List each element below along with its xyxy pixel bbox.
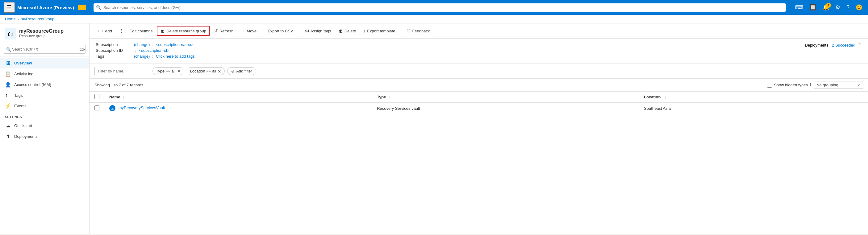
- th-type-label: Type: [377, 95, 386, 99]
- row-checkbox[interactable]: [94, 105, 99, 110]
- delete-button[interactable]: 🗑 Delete: [336, 27, 359, 35]
- sidebar-nav: ⊞ Overview 📋 Activity log 👤 Access contr…: [0, 57, 89, 234]
- details-collapse-button[interactable]: ⌃: [858, 42, 862, 48]
- delete-icon: 🗑: [339, 28, 343, 33]
- sidebar-search-input[interactable]: [4, 45, 86, 54]
- table-body: ☁ myRecoveryServicesVault Recovery Servi…: [90, 103, 868, 114]
- global-search-input[interactable]: [94, 3, 786, 12]
- export-template-icon: ↓: [363, 28, 366, 33]
- details-left: Subscription (change) : <subscription-na…: [96, 42, 195, 60]
- move-button[interactable]: → Move: [238, 27, 259, 35]
- name-sort-icon[interactable]: ↑↓: [123, 95, 126, 99]
- add-button[interactable]: + + Add: [94, 27, 115, 35]
- export-csv-icon: ↓: [264, 28, 266, 33]
- show-hidden-checkbox[interactable]: [767, 82, 772, 88]
- add-filter-icon: ⊕: [231, 69, 235, 73]
- main-layout: 🗂 myResourceGroup Resource group 🔍 «» ⊞ …: [0, 24, 868, 234]
- tags-change-link[interactable]: (change): [134, 54, 150, 59]
- events-icon: ⚡: [5, 103, 11, 109]
- deployments-count[interactable]: 2 Succeeded: [832, 43, 855, 47]
- resource-group-title: myResourceGroup: [19, 28, 64, 34]
- assign-tags-icon: 🏷: [305, 28, 309, 33]
- location-filter-tag[interactable]: Location == all ✕: [187, 67, 225, 75]
- subscription-id-value[interactable]: <subscription-id>: [139, 48, 169, 53]
- export-csv-button[interactable]: ↓ Export to CSV: [261, 27, 296, 35]
- deployments-sep: :: [829, 43, 831, 47]
- export-csv-label: Export to CSV: [268, 29, 293, 33]
- directory-icon-button[interactable]: 🔲: [807, 3, 818, 12]
- sidebar-item-tags-label: Tags: [14, 93, 23, 98]
- subscription-value[interactable]: <subscription-name>: [156, 42, 193, 47]
- nav-icon-group: ⌨ 🔲 🔔 4 ⚙ ? 😊: [793, 3, 864, 12]
- toolbar: + + Add ⋮⋮ Edit columns 🗑 Delete resourc…: [90, 24, 868, 39]
- grouping-chevron-icon: ∨: [857, 82, 860, 87]
- overview-icon: ⊞: [5, 60, 11, 66]
- edit-columns-button[interactable]: ⋮⋮ Edit columns: [116, 27, 156, 35]
- delete-resource-group-button[interactable]: 🗑 Delete resource group: [157, 26, 210, 36]
- feedback-button[interactable]: ♡ Feedback: [403, 27, 433, 35]
- sidebar-item-tags[interactable]: 🏷 Tags: [0, 90, 89, 101]
- location-filter-close-button[interactable]: ✕: [218, 69, 221, 73]
- breadcrumb-resource-group[interactable]: myResourceGroup: [21, 16, 54, 21]
- refresh-icon: ↺: [214, 28, 218, 33]
- select-all-checkbox[interactable]: [94, 94, 99, 99]
- delete-label: Delete: [344, 29, 356, 33]
- resource-details: Subscription (change) : <subscription-na…: [90, 39, 868, 64]
- show-hidden-text: Show hidden types: [774, 82, 808, 87]
- terminal-icon-button[interactable]: ⌨: [793, 3, 805, 12]
- add-label: + Add: [101, 29, 112, 33]
- help-icon-button[interactable]: ?: [844, 3, 851, 12]
- account-icon-button[interactable]: 😊: [854, 3, 864, 12]
- refresh-button[interactable]: ↺ Refresh: [211, 27, 237, 35]
- edit-columns-label: Edit columns: [130, 29, 153, 33]
- hamburger-menu-button[interactable]: ☰: [4, 2, 15, 13]
- tags-value[interactable]: Click here to add tags: [156, 54, 195, 59]
- add-filter-button[interactable]: ⊕ Add filter: [227, 67, 256, 75]
- sidebar-item-events[interactable]: ⚡ Events: [0, 101, 89, 111]
- move-label: Move: [247, 29, 256, 33]
- sidebar-item-events-label: Events: [14, 104, 27, 108]
- preview-badge: ⚡: [78, 5, 86, 10]
- settings-icon-button[interactable]: ⚙: [833, 3, 842, 12]
- tags-sep: :: [152, 54, 153, 59]
- details-deployments-container: Subscription (change) : <subscription-na…: [96, 42, 862, 60]
- resource-group-subtitle: Resource group: [19, 34, 64, 38]
- location-sort-icon[interactable]: ↑↓: [663, 95, 666, 99]
- resource-group-icon: 🗂: [5, 28, 16, 39]
- activity-log-icon: 📋: [5, 71, 11, 77]
- row-checkbox-cell: [90, 103, 104, 114]
- sidebar-item-access-control[interactable]: 👤 Access control (IAM): [0, 79, 89, 90]
- filter-by-name-input[interactable]: [94, 67, 150, 75]
- content-area: + + Add ⋮⋮ Edit columns 🗑 Delete resourc…: [90, 24, 868, 234]
- notifications-icon-button[interactable]: 🔔 4: [820, 3, 831, 12]
- sidebar-collapse-button[interactable]: «»: [79, 46, 85, 52]
- location-filter-label: Location == all: [190, 69, 216, 73]
- type-filter-close-button[interactable]: ✕: [177, 69, 181, 73]
- export-template-button[interactable]: ↓ Export template: [360, 27, 398, 35]
- settings-section-label: Settings: [0, 111, 89, 120]
- delete-rg-label: Delete resource group: [166, 29, 206, 33]
- sidebar-item-activity-log[interactable]: 📋 Activity log: [0, 68, 89, 79]
- table-header: Name ↑↓ Type ↑↓ Location ↑↓: [90, 92, 868, 103]
- table-container: Name ↑↓ Type ↑↓ Location ↑↓: [90, 92, 868, 234]
- move-icon: →: [241, 28, 245, 33]
- export-template-label: Export template: [367, 29, 395, 33]
- breadcrumb-home[interactable]: Home: [5, 16, 16, 21]
- row-type-cell: Recovery Services vault: [372, 103, 639, 114]
- row-name-link[interactable]: myRecoveryServicesVault: [119, 105, 165, 110]
- table-controls: Showing 1 to 7 of 7 records. Show hidden…: [90, 79, 868, 92]
- type-filter-label: Type == all: [156, 69, 176, 73]
- subscription-id-label: Subscription ID: [96, 48, 133, 53]
- refresh-label: Refresh: [219, 29, 234, 33]
- type-filter-tag[interactable]: Type == all ✕: [153, 67, 184, 75]
- assign-tags-button[interactable]: 🏷 Assign tags: [302, 27, 334, 35]
- subscription-row: Subscription (change) : <subscription-na…: [96, 42, 195, 47]
- subscription-change-link[interactable]: (change): [134, 42, 150, 47]
- sidebar-item-deployments[interactable]: ⬆ Deployments: [0, 131, 89, 142]
- sidebar-item-overview[interactable]: ⊞ Overview: [0, 58, 89, 68]
- deployments-info: Deployments : 2 Succeeded: [805, 43, 855, 47]
- grouping-select[interactable]: No grouping ∨: [814, 81, 863, 89]
- sidebar: 🗂 myResourceGroup Resource group 🔍 «» ⊞ …: [0, 24, 90, 234]
- type-sort-icon[interactable]: ↑↓: [388, 95, 392, 99]
- sidebar-item-quickstart[interactable]: ☁ Quickstart: [0, 120, 89, 131]
